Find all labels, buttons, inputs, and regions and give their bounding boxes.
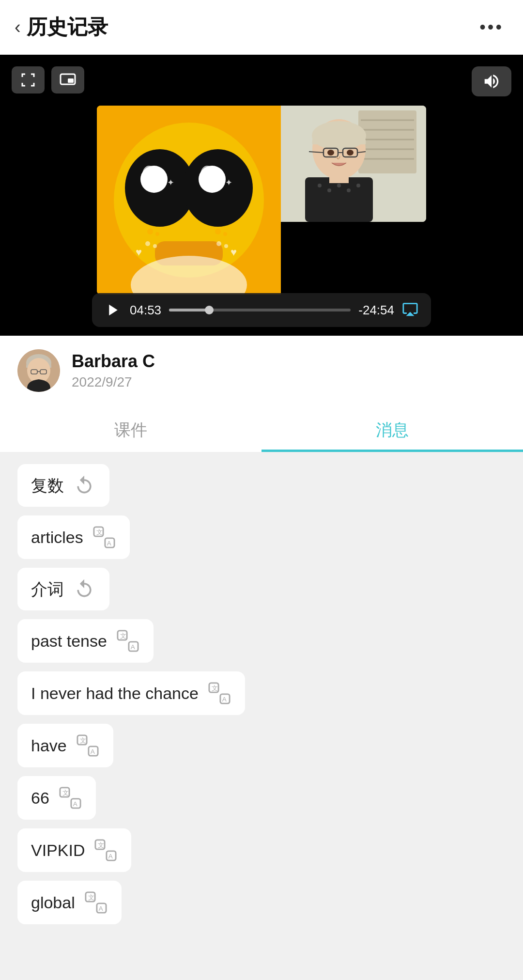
tab-messages[interactable]: 消息 bbox=[262, 405, 523, 452]
replay-icon[interactable] bbox=[73, 577, 96, 601]
translate-icon[interactable]: 文 A bbox=[116, 629, 140, 653]
svg-point-14 bbox=[147, 229, 153, 234]
svg-text:文: 文 bbox=[212, 684, 218, 692]
header-left: ‹ 历史记录 bbox=[15, 14, 108, 41]
airplay-button[interactable] bbox=[402, 301, 418, 319]
profile-name: Barbara C bbox=[72, 351, 155, 372]
header: ‹ 历史记录 ••• bbox=[0, 0, 523, 55]
profile-info: Barbara C 2022/9/27 bbox=[72, 351, 155, 390]
video-right-panel bbox=[281, 106, 426, 222]
list-item: VIPKID 文 A bbox=[17, 828, 131, 872]
list-item: past tense 文 A bbox=[17, 619, 154, 663]
avatar bbox=[17, 349, 60, 392]
tab-courseware[interactable]: 课件 bbox=[0, 405, 262, 452]
message-text: 66 bbox=[31, 787, 49, 809]
message-text: 复数 bbox=[31, 475, 64, 496]
video-remaining-time: -24:54 bbox=[358, 303, 394, 318]
svg-rect-46 bbox=[329, 173, 349, 183]
video-content: ✦ ✦ ♥ ♥ bbox=[97, 106, 426, 295]
more-button[interactable]: ••• bbox=[479, 17, 504, 37]
translate-icon[interactable]: 文 A bbox=[76, 733, 100, 758]
svg-text:✦: ✦ bbox=[167, 178, 174, 187]
messages-section: 复数 articles 文 A 介词 past tense bbox=[0, 452, 523, 980]
svg-rect-1 bbox=[68, 78, 74, 83]
svg-text:文: 文 bbox=[88, 894, 94, 901]
svg-point-41 bbox=[318, 184, 322, 187]
tabs-bar: 课件 消息 bbox=[0, 405, 523, 452]
svg-point-45 bbox=[356, 184, 360, 187]
svg-text:A: A bbox=[99, 905, 103, 912]
svg-text:文: 文 bbox=[120, 632, 126, 639]
svg-text:文: 文 bbox=[62, 789, 69, 796]
svg-point-6 bbox=[142, 166, 156, 183]
list-item: have 文 A bbox=[17, 724, 113, 767]
profile-date: 2022/9/27 bbox=[72, 374, 155, 390]
message-text: past tense bbox=[31, 630, 107, 652]
svg-point-20 bbox=[145, 241, 150, 246]
svg-text:A: A bbox=[107, 540, 111, 547]
replay-icon[interactable] bbox=[73, 474, 96, 497]
svg-text:A: A bbox=[222, 696, 227, 703]
svg-point-23 bbox=[224, 244, 228, 248]
picture-in-picture-button[interactable] bbox=[51, 66, 84, 93]
svg-text:A: A bbox=[131, 643, 135, 651]
message-text: articles bbox=[31, 527, 83, 548]
svg-text:♥: ♥ bbox=[136, 246, 142, 258]
svg-marker-47 bbox=[109, 305, 118, 316]
profile-section: Barbara C 2022/9/27 bbox=[0, 336, 523, 405]
list-item: 66 文 A bbox=[17, 776, 96, 820]
progress-thumb bbox=[205, 306, 214, 314]
volume-button[interactable] bbox=[472, 66, 511, 96]
translate-icon[interactable]: 文 A bbox=[92, 525, 116, 549]
list-item: articles 文 A bbox=[17, 515, 130, 559]
svg-text:♥: ♥ bbox=[231, 246, 237, 258]
video-left-panel: ✦ ✦ ♥ ♥ bbox=[97, 106, 281, 295]
message-text: VIPKID bbox=[31, 840, 85, 861]
svg-text:文: 文 bbox=[96, 529, 102, 536]
list-item: 复数 bbox=[17, 464, 109, 507]
svg-point-16 bbox=[215, 229, 221, 234]
message-text: have bbox=[31, 735, 67, 756]
svg-text:A: A bbox=[108, 853, 113, 860]
svg-point-44 bbox=[347, 188, 351, 192]
progress-fill bbox=[169, 309, 209, 311]
svg-text:✦: ✦ bbox=[225, 178, 232, 187]
svg-point-17 bbox=[223, 232, 227, 236]
video-overlay-controls bbox=[12, 66, 84, 93]
svg-point-39 bbox=[347, 150, 354, 156]
svg-point-9 bbox=[200, 166, 214, 183]
svg-point-43 bbox=[337, 184, 341, 187]
message-text: 介词 bbox=[31, 578, 64, 600]
svg-text:A: A bbox=[73, 800, 77, 808]
svg-point-15 bbox=[155, 232, 159, 236]
translate-icon[interactable]: 文 A bbox=[58, 786, 82, 810]
list-item: global 文 A bbox=[17, 881, 122, 924]
translate-icon[interactable]: 文 A bbox=[207, 681, 231, 705]
message-text: I never had the chance bbox=[31, 683, 199, 704]
svg-text:文: 文 bbox=[98, 841, 104, 849]
svg-point-22 bbox=[216, 241, 221, 246]
list-item: 介词 bbox=[17, 568, 109, 610]
video-progress-bar[interactable] bbox=[169, 309, 351, 311]
svg-text:文: 文 bbox=[79, 737, 86, 744]
video-controls-bar: 04:53 -24:54 bbox=[92, 293, 431, 327]
svg-point-21 bbox=[153, 244, 157, 248]
fullscreen-toggle-button[interactable] bbox=[12, 66, 45, 93]
svg-text:A: A bbox=[90, 748, 94, 755]
back-button[interactable]: ‹ bbox=[15, 18, 21, 36]
video-player: ✦ ✦ ♥ ♥ bbox=[0, 55, 523, 336]
translate-icon[interactable]: 文 A bbox=[84, 890, 108, 915]
translate-icon[interactable]: 文 A bbox=[93, 838, 118, 862]
message-text: global bbox=[31, 892, 75, 913]
svg-point-42 bbox=[327, 188, 331, 192]
video-current-time: 04:53 bbox=[130, 303, 161, 318]
list-item: I never had the chance 文 A bbox=[17, 671, 245, 715]
page-title: 历史记录 bbox=[27, 14, 108, 41]
play-button[interactable] bbox=[105, 301, 122, 319]
svg-point-38 bbox=[327, 150, 334, 156]
